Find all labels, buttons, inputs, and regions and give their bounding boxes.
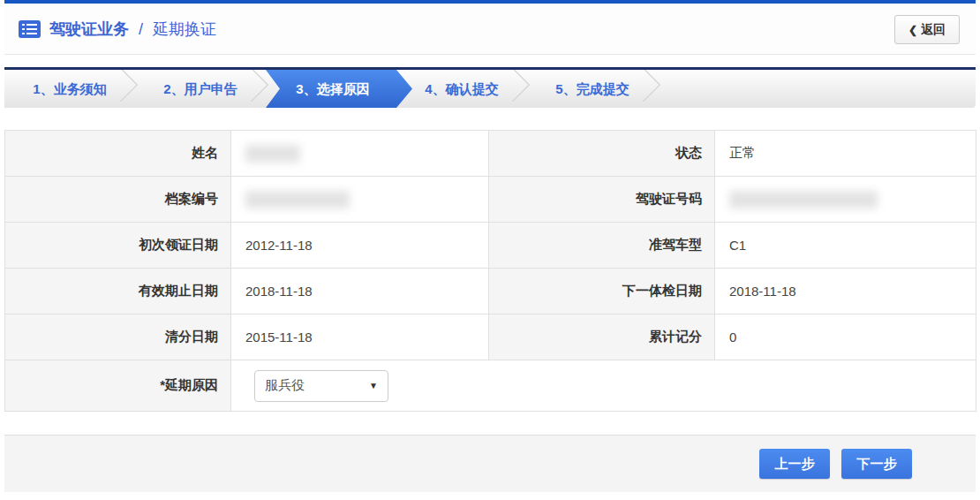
page: 驾驶证业务 / 延期换证 ❮返回 1、业务须知 2、用户申告 3、选择原因 4、… <box>0 0 980 492</box>
table-row: 姓名 状态 正常 <box>5 131 976 177</box>
field-label-vehicle-class: 准驾车型 <box>489 223 715 269</box>
field-value-next-physical-date: 2018-11-18 <box>715 269 976 314</box>
table-row: 有效期止日期 2018-11-18 下一体检日期 2018-11-18 <box>5 269 976 314</box>
field-value-expiry-date: 2018-11-18 <box>231 269 489 314</box>
field-value-vehicle-class: C1 <box>715 223 976 269</box>
extension-reason-selected-option: 服兵役 <box>265 377 305 394</box>
tab-step-5-done[interactable]: 5、完成提交 <box>527 70 658 108</box>
field-value-archive-no <box>231 177 489 223</box>
field-label-name: 姓名 <box>5 131 231 177</box>
page-title-main: 驾驶证业务 <box>49 20 129 38</box>
chevron-left-icon: ❮ <box>908 24 917 36</box>
field-label-accumulated-points: 累计记分 <box>489 314 715 360</box>
tab-step-3-reason[interactable]: 3、选择原因 <box>266 70 412 108</box>
field-label-license-no: 驾驶证号码 <box>489 177 715 223</box>
redacted-value <box>245 145 300 163</box>
field-value-license-no <box>715 177 976 223</box>
previous-step-button[interactable]: 上一步 <box>759 449 830 479</box>
extension-reason-select[interactable]: 服兵役 ▼ <box>254 370 388 402</box>
next-step-button[interactable]: 下一步 <box>841 449 912 479</box>
table-row: 档案编号 驾驶证号码 <box>5 177 976 223</box>
field-label-extension-reason: *延期原因 <box>5 360 231 412</box>
tab-step-4-confirm[interactable]: 4、确认提交 <box>396 70 527 108</box>
field-value-name <box>231 131 489 177</box>
tab-step-2-declare[interactable]: 2、用户申告 <box>135 70 266 108</box>
page-header: 驾驶证业务 / 延期换证 ❮返回 <box>4 4 976 55</box>
field-label-status: 状态 <box>489 131 715 177</box>
redacted-value <box>245 191 350 208</box>
field-value-extension-reason: 服兵役 ▼ <box>231 360 976 412</box>
tabs-tail <box>658 70 976 108</box>
field-label-next-physical-date: 下一体检日期 <box>489 269 715 314</box>
step-tabs: 1、业务须知 2、用户申告 3、选择原因 4、确认提交 5、完成提交 <box>4 70 976 108</box>
field-value-points-clear-date: 2015-11-18 <box>231 314 489 360</box>
redacted-value <box>729 191 878 208</box>
field-value-accumulated-points: 0 <box>715 314 976 360</box>
field-label-points-clear-date: 清分日期 <box>5 314 231 360</box>
back-button-label: 返回 <box>921 22 946 36</box>
back-button[interactable]: ❮返回 <box>894 15 960 44</box>
table-row: *延期原因 服兵役 ▼ <box>5 360 976 412</box>
chevron-down-icon: ▼ <box>369 381 378 390</box>
license-info-table: 姓名 状态 正常 档案编号 驾驶证号码 初次领证日期 2012-11-18 准驾… <box>4 130 976 412</box>
field-label-expiry-date: 有效期止日期 <box>5 269 231 314</box>
page-title: 驾驶证业务 / 延期换证 <box>49 19 216 40</box>
breadcrumb-separator: / <box>139 20 143 38</box>
field-label-archive-no: 档案编号 <box>5 177 231 223</box>
field-value-status: 正常 <box>715 131 976 177</box>
field-label-first-issue-date: 初次领证日期 <box>5 223 231 269</box>
field-value-first-issue-date: 2012-11-18 <box>231 223 489 269</box>
page-title-sub: 延期换证 <box>153 20 216 38</box>
table-row: 清分日期 2015-11-18 累计记分 0 <box>5 314 976 360</box>
action-bar: 上一步 下一步 <box>4 435 976 492</box>
list-icon <box>19 20 41 38</box>
table-row: 初次领证日期 2012-11-18 准驾车型 C1 <box>5 223 976 269</box>
tab-step-1-notice[interactable]: 1、业务须知 <box>4 70 135 108</box>
spacer <box>4 55 976 67</box>
